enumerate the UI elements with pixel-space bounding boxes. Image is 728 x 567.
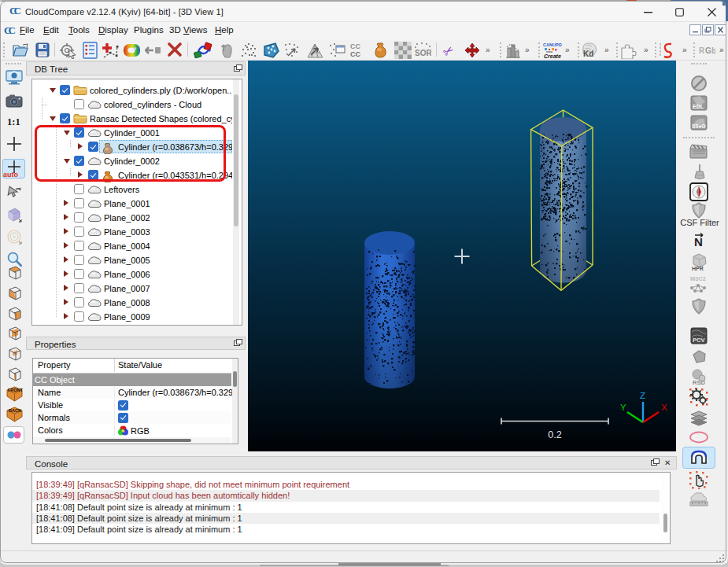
svg-text:R: R	[699, 46, 705, 55]
svg-text:EDL: EDL	[693, 104, 704, 109]
svg-text:PCV: PCV	[693, 337, 704, 344]
svg-text:CC: CC	[4, 25, 15, 36]
svg-text:SS●O: SS●O	[692, 123, 706, 129]
svg-text:CC: CC	[350, 50, 360, 58]
svg-text:CC: CC	[9, 6, 20, 17]
svg-text:Z: Z	[640, 391, 645, 400]
svg-text:CC: CC	[350, 42, 360, 50]
svg-text:b: b	[711, 46, 715, 55]
svg-text:RSD: RSD	[693, 379, 705, 385]
svg-text:N: N	[694, 235, 703, 249]
svg-text:Kd: Kd	[583, 50, 593, 58]
svg-text:X: X	[661, 403, 667, 412]
svg-text:HPR: HPR	[692, 266, 704, 271]
svg-text:Create: Create	[544, 53, 561, 59]
svg-text:M3C2: M3C2	[690, 275, 706, 282]
svg-text:G: G	[705, 46, 711, 55]
svg-text:0.2: 0.2	[548, 429, 561, 440]
svg-text:✂: ✂	[442, 42, 456, 59]
svg-text:SOR: SOR	[415, 49, 431, 57]
svg-text:FRONT: FRONT	[8, 388, 24, 392]
svg-text:1:1: 1:1	[7, 116, 20, 127]
svg-text:BACK: BACK	[9, 408, 21, 413]
svg-text:Y: Y	[620, 403, 626, 412]
svg-text:CANUPO: CANUPO	[543, 42, 563, 47]
